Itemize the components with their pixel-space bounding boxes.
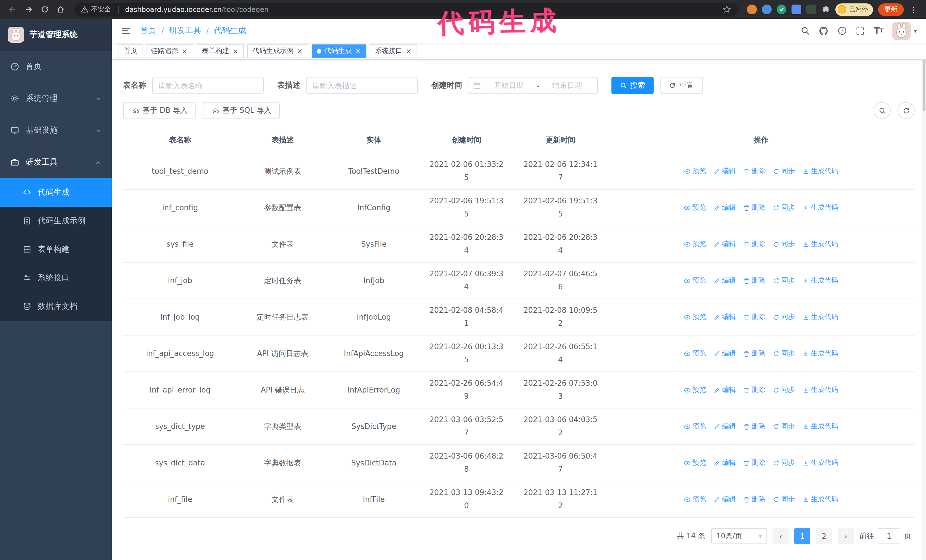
scrollbar[interactable]	[922, 19, 926, 560]
sidebar-item-home[interactable]: 首页	[0, 51, 112, 83]
sync-link[interactable]: 同步	[773, 312, 795, 322]
tab-close-icon[interactable]: ×	[296, 47, 303, 55]
tab-close-icon[interactable]: ×	[181, 47, 188, 55]
import-db-button[interactable]: 基于 DB 导入	[123, 102, 196, 119]
sidebar-item-codegen-example[interactable]: 代码生成示例	[0, 207, 112, 235]
date-range-picker[interactable]: 开始日期 - 结束日期	[468, 77, 598, 94]
preview-link[interactable]: 预览	[684, 276, 706, 285]
preview-link[interactable]: 预览	[684, 385, 706, 395]
generate-code-link[interactable]: 生成代码	[802, 312, 838, 322]
extensions-puzzle-icon[interactable]	[821, 5, 830, 14]
delete-link[interactable]: 删除	[743, 239, 765, 249]
delete-link[interactable]: 删除	[743, 166, 765, 176]
sidebar-item-infra[interactable]: 基础设施	[0, 115, 112, 146]
delete-link[interactable]: 删除	[743, 349, 765, 358]
sync-link[interactable]: 同步	[773, 385, 795, 395]
fullscreen-icon[interactable]	[856, 27, 865, 35]
security-status[interactable]: 不安全	[81, 5, 111, 14]
update-button[interactable]: 更新	[878, 3, 904, 16]
generate-code-link[interactable]: 生成代码	[802, 349, 838, 358]
logo[interactable]: 芋道管理系统	[0, 19, 112, 51]
import-sql-button[interactable]: 基于 SQL 导入	[203, 102, 280, 119]
refresh-table-button[interactable]	[897, 102, 915, 119]
sync-link[interactable]: 同步	[773, 349, 795, 358]
sidebar-item-codegen[interactable]: 代码生成	[0, 178, 112, 207]
next-page-button[interactable]: ›	[838, 528, 853, 544]
sync-link[interactable]: 同步	[773, 239, 795, 249]
edit-link[interactable]: 编辑	[713, 458, 736, 468]
extension-icon-2[interactable]	[762, 5, 772, 14]
generate-code-link[interactable]: 生成代码	[802, 203, 838, 213]
delete-link[interactable]: 删除	[743, 495, 765, 504]
sync-link[interactable]: 同步	[773, 276, 795, 285]
page-button-2[interactable]: 2	[816, 528, 832, 544]
user-menu[interactable]: ▾	[893, 22, 917, 40]
breadcrumb-item[interactable]: 首页	[140, 26, 156, 36]
edit-link[interactable]: 编辑	[713, 385, 736, 395]
reset-button[interactable]: 重置	[660, 77, 703, 94]
help-icon[interactable]: ?	[838, 26, 847, 35]
table-desc-input[interactable]	[306, 77, 418, 94]
sync-link[interactable]: 同步	[773, 458, 795, 468]
edit-link[interactable]: 编辑	[713, 276, 736, 285]
tab[interactable]: 代码生成示例 ×	[247, 44, 308, 58]
preview-link[interactable]: 预览	[684, 495, 706, 504]
tab[interactable]: 系统接口 ×	[370, 44, 418, 58]
extension-icon-4[interactable]	[791, 5, 801, 14]
reload-icon[interactable]	[38, 3, 51, 16]
sync-link[interactable]: 同步	[773, 421, 795, 431]
delete-link[interactable]: 删除	[743, 203, 765, 213]
prev-page-button[interactable]: ‹	[773, 528, 789, 544]
delete-link[interactable]: 删除	[743, 276, 765, 285]
address-bar[interactable]: 不安全 dashboard.yudao.iocoder.cn/tool/code…	[74, 3, 738, 16]
generate-code-link[interactable]: 生成代码	[802, 385, 838, 395]
delete-link[interactable]: 删除	[743, 421, 765, 431]
sidebar-item-db-docs[interactable]: 数据库文档	[0, 292, 112, 321]
generate-code-link[interactable]: 生成代码	[802, 166, 838, 176]
table-name-input[interactable]	[152, 77, 263, 94]
page-size-select[interactable]: 10条/页 ▾	[711, 528, 767, 544]
sidebar-item-form-builder[interactable]: 表单构建	[0, 235, 112, 264]
delete-link[interactable]: 删除	[743, 385, 765, 395]
sidebar-item-devtools[interactable]: 研发工具	[0, 146, 112, 178]
tab[interactable]: 链路追踪 ×	[146, 44, 193, 58]
breadcrumb-item[interactable]: 研发工具	[169, 26, 201, 36]
edit-link[interactable]: 编辑	[713, 239, 736, 249]
generate-code-link[interactable]: 生成代码	[802, 458, 838, 468]
preview-link[interactable]: 预览	[684, 349, 706, 358]
preview-link[interactable]: 预览	[684, 421, 706, 431]
preview-link[interactable]: 预览	[684, 203, 706, 213]
toggle-search-button[interactable]	[873, 102, 891, 119]
goto-page-input[interactable]	[878, 528, 900, 544]
generate-code-link[interactable]: 生成代码	[802, 239, 838, 249]
sync-link[interactable]: 同步	[773, 166, 795, 176]
forward-icon[interactable]	[22, 3, 35, 16]
tab-close-icon[interactable]: ×	[406, 47, 412, 55]
generate-code-link[interactable]: 生成代码	[802, 421, 838, 431]
edit-link[interactable]: 编辑	[713, 349, 736, 358]
edit-link[interactable]: 编辑	[713, 203, 736, 213]
sync-link[interactable]: 同步	[773, 495, 795, 504]
generate-code-link[interactable]: 生成代码	[802, 495, 838, 504]
preview-link[interactable]: 预览	[684, 166, 706, 176]
browser-menu-icon[interactable]: ⋮	[909, 5, 918, 14]
hamburger-icon[interactable]	[121, 26, 131, 36]
font-size-icon[interactable]: TT	[874, 27, 884, 35]
sidebar-item-system[interactable]: 系统管理	[0, 83, 112, 115]
extension-icon-5[interactable]	[806, 5, 816, 14]
page-button-1[interactable]: 1	[794, 528, 810, 544]
tab[interactable]: 表单构建 ×	[197, 44, 244, 58]
home-icon[interactable]	[54, 3, 67, 16]
delete-link[interactable]: 删除	[743, 312, 765, 322]
sync-link[interactable]: 同步	[773, 203, 795, 213]
tab[interactable]: 代码生成 ×	[312, 44, 366, 58]
extension-icon-3[interactable]	[777, 5, 787, 14]
extension-icon-1[interactable]	[747, 5, 757, 14]
tab[interactable]: 首页	[118, 44, 142, 58]
bookmark-star-icon[interactable]	[723, 5, 731, 14]
generate-code-link[interactable]: 生成代码	[802, 276, 838, 285]
preview-link[interactable]: 预览	[684, 239, 706, 249]
edit-link[interactable]: 编辑	[713, 495, 736, 504]
search-icon[interactable]	[801, 26, 810, 35]
preview-link[interactable]: 预览	[684, 312, 706, 322]
